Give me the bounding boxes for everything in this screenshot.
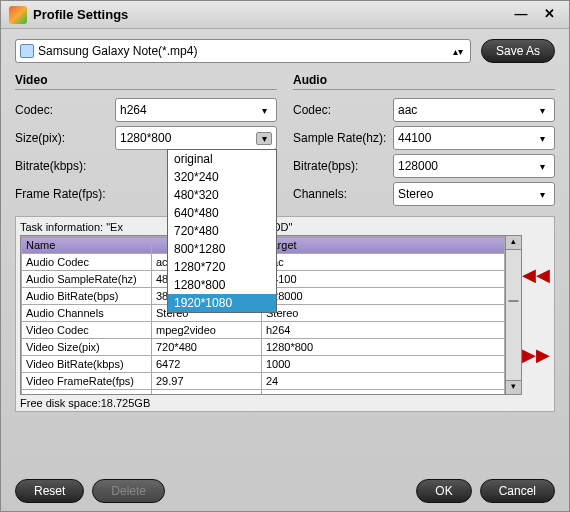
minimize-button[interactable]: —	[509, 6, 533, 24]
av-sections: Video Codec: h264 ▾ Size(pix): 1280*800 …	[15, 73, 555, 208]
table-row: Video FrameRate(fps)29.9724	[22, 373, 505, 390]
next-button[interactable]: ▶▶	[522, 344, 550, 366]
scroll-down-icon[interactable]: ▾	[506, 380, 521, 394]
size-option[interactable]: 640*480	[168, 204, 276, 222]
video-title: Video	[15, 73, 277, 87]
chevron-down-icon: ▾	[534, 161, 550, 172]
task-info-area: Task information: "ExIDEO.MOD" Name Targ…	[15, 216, 555, 412]
chevron-down-icon: ▾	[534, 105, 550, 116]
video-bitrate-label: Bitrate(kbps):	[15, 159, 115, 173]
audio-channels-value: Stereo	[398, 187, 534, 201]
video-size-value: 1280*800	[120, 131, 256, 145]
video-size-select[interactable]: 1280*800 ▾	[115, 126, 277, 150]
window-body: Samsung Galaxy Note(*.mp4) ▴▾ Save As Vi…	[1, 29, 569, 416]
delete-button: Delete	[92, 479, 165, 503]
audio-codec-select[interactable]: aac ▾	[393, 98, 555, 122]
window-title: Profile Settings	[33, 7, 505, 22]
table-row: File Size2.155MB	[22, 390, 505, 396]
chevron-down-icon: ▾	[534, 133, 550, 144]
audio-section: Audio Codec: aac ▾ Sample Rate(hz): 4410…	[293, 73, 555, 208]
free-disk-label: Free disk space:18.725GB	[20, 397, 550, 409]
table-row: Video Size(pix)720*4801280*800	[22, 339, 505, 356]
profile-select[interactable]: Samsung Galaxy Note(*.mp4) ▴▾	[15, 39, 471, 63]
audio-channels-select[interactable]: Stereo ▾	[393, 182, 555, 206]
size-option[interactable]: 720*480	[168, 222, 276, 240]
profile-row: Samsung Galaxy Note(*.mp4) ▴▾ Save As	[15, 39, 555, 63]
audio-channels-label: Channels:	[293, 187, 393, 201]
scroll-thumb[interactable]	[508, 300, 519, 302]
chevron-down-icon: ▾	[256, 105, 272, 116]
cancel-button[interactable]: Cancel	[480, 479, 555, 503]
app-logo-icon	[9, 6, 27, 24]
close-button[interactable]: ✕	[537, 6, 561, 24]
size-option[interactable]: 1280*720	[168, 258, 276, 276]
titlebar: Profile Settings — ✕	[1, 1, 569, 29]
reset-button[interactable]: Reset	[15, 479, 84, 503]
scroll-up-icon[interactable]: ▴	[506, 236, 521, 250]
prev-button[interactable]: ◀◀	[522, 264, 550, 286]
video-framerate-label: Frame Rate(fps):	[15, 187, 115, 201]
audio-samplerate-label: Sample Rate(hz):	[293, 131, 393, 145]
video-codec-label: Codec:	[15, 103, 115, 117]
size-option[interactable]: 480*320	[168, 186, 276, 204]
size-option[interactable]: 800*1280	[168, 240, 276, 258]
size-option[interactable]: 1280*800	[168, 276, 276, 294]
video-size-label: Size(pix):	[15, 131, 115, 145]
video-codec-value: h264	[120, 103, 256, 117]
updown-icon: ▴▾	[450, 46, 466, 57]
video-size-dropdown[interactable]: original320*240480*320640*480720*480800*…	[167, 149, 277, 313]
audio-bitrate-label: Bitrate(bps):	[293, 159, 393, 173]
size-option[interactable]: original	[168, 150, 276, 168]
audio-codec-value: aac	[398, 103, 534, 117]
audio-title: Audio	[293, 73, 555, 87]
audio-bitrate-select[interactable]: 128000 ▾	[393, 154, 555, 178]
audio-codec-label: Codec:	[293, 103, 393, 117]
ok-button[interactable]: OK	[416, 479, 471, 503]
footer: Reset Delete OK Cancel	[15, 479, 555, 503]
col-target: Target	[262, 237, 505, 254]
video-codec-select[interactable]: h264 ▾	[115, 98, 277, 122]
mp4-icon	[20, 44, 34, 58]
profile-settings-window: Profile Settings — ✕ Samsung Galaxy Note…	[0, 0, 570, 512]
table-row: Video BitRate(kbps)64721000	[22, 356, 505, 373]
audio-bitrate-value: 128000	[398, 159, 534, 173]
vertical-scrollbar[interactable]: ▴ ▾	[506, 235, 522, 395]
task-info-label: Task information: "ExIDEO.MOD"	[20, 221, 550, 233]
chevron-down-icon: ▾	[534, 189, 550, 200]
audio-samplerate-value: 44100	[398, 131, 534, 145]
size-option[interactable]: 320*240	[168, 168, 276, 186]
nav-buttons: ◀◀ ▶▶	[522, 235, 550, 395]
chevron-down-icon: ▾	[256, 132, 272, 145]
table-row: Video Codecmpeg2videoh264	[22, 322, 505, 339]
size-option[interactable]: 1920*1080	[168, 294, 276, 312]
col-name: Name	[22, 237, 152, 254]
audio-samplerate-select[interactable]: 44100 ▾	[393, 126, 555, 150]
save-as-button[interactable]: Save As	[481, 39, 555, 63]
profile-selected-value: Samsung Galaxy Note(*.mp4)	[38, 44, 450, 58]
